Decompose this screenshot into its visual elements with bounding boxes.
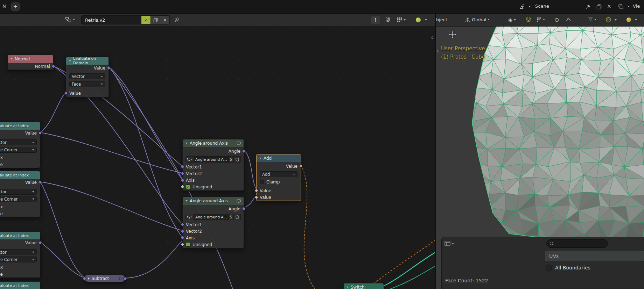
tool-panel: UVs All Boundaries Face Count: 1522 <box>441 237 644 289</box>
group-browse-button[interactable] <box>186 214 194 220</box>
hidden-sockets-indicator <box>119 277 121 280</box>
domain-select[interactable]: Face Corner <box>0 257 37 262</box>
collapse-icon[interactable] <box>10 58 13 60</box>
topbar: N + Scene × Vie <box>0 0 644 14</box>
node-evaluate-at-index-4[interactable]: Evaluate at Index <box>0 281 40 289</box>
sidebar-collapse-arrow[interactable]: ‹ <box>431 34 433 41</box>
group-name-field[interactable]: Angle around A... <box>194 156 229 162</box>
scene-dropdown-icon[interactable] <box>526 3 533 10</box>
domain-select[interactable]: Face Corner <box>0 147 37 153</box>
all-boundaries-checkbox[interactable] <box>546 265 552 271</box>
snap-target-button[interactable] <box>397 17 406 22</box>
data-type-select[interactable]: Vector <box>0 189 37 195</box>
pivot-point-button[interactable]: ◉ <box>508 17 516 23</box>
socket-label: Normal <box>35 64 50 69</box>
go-to-parent-button[interactable]: ↑ <box>371 15 380 24</box>
node-title: Normal <box>15 57 30 62</box>
pin-tree-icon[interactable] <box>174 17 180 22</box>
domain-select[interactable]: Face Corner <box>0 196 37 202</box>
copy-tree-button[interactable] <box>151 15 160 24</box>
domain-select[interactable]: Face <box>69 81 105 87</box>
operation-select[interactable]: Add <box>260 171 298 177</box>
node-title: Evaluate on Domain <box>73 56 106 65</box>
socket-label: Value <box>69 91 81 96</box>
socket-label: Value <box>94 66 105 71</box>
view-layer-dropdown-icon[interactable] <box>625 3 632 10</box>
data-type-select[interactable]: Vector <box>0 249 37 255</box>
geometry-nodes-editor: Normal Normal Evaluate on Domain Value V… <box>0 14 435 289</box>
npanel-expand-arrow[interactable]: › <box>436 48 439 55</box>
face-count-label: Face Count: 1522 <box>445 278 488 283</box>
panel-section-uvs[interactable]: UVs <box>545 251 644 261</box>
node-angle-around-axis-2[interactable]: Angle around Axis Angle Angle around A..… <box>182 197 244 248</box>
snap-magnet-icon[interactable] <box>385 17 391 23</box>
node-evaluate-at-index-3[interactable]: Evaluate at Index Value Vector Face Corn… <box>0 231 40 278</box>
falloff-curve-button[interactable] <box>566 17 571 22</box>
proportional-editing-button[interactable]: ⊙ <box>554 16 559 23</box>
new-scene-copy-icon[interactable] <box>595 3 602 10</box>
search-input[interactable] <box>546 239 608 248</box>
expand-icon[interactable] <box>88 277 90 280</box>
fake-user-shield-icon[interactable] <box>234 214 241 220</box>
viewport-3d: User Perspective (1) Protos | Cube › bje… <box>435 14 644 289</box>
node-title: Evaluate at Index <box>0 283 29 288</box>
overlays-toggle-button[interactable] <box>606 17 617 23</box>
output-socket[interactable] <box>299 165 302 168</box>
node-angle-around-axis-1[interactable]: Angle around Axis Angle Angle around A..… <box>182 139 244 191</box>
tree-check-button[interactable]: ✓ <box>141 15 151 24</box>
node-editor-header: Retris.v2 ✓ × ↑ ‹ <box>0 14 435 27</box>
snap-magnet-icon[interactable] <box>526 17 531 23</box>
data-type-select[interactable]: Vector <box>69 73 105 79</box>
unlink-tree-button[interactable]: × <box>160 15 170 24</box>
search-icon <box>550 242 553 245</box>
snap-settings-button[interactable] <box>537 17 545 22</box>
node-subtract-collapsed[interactable]: Subtract <box>84 275 125 282</box>
view-layer-name-partial[interactable]: Vie <box>633 3 640 9</box>
node-title: Angle around Axis <box>190 141 228 146</box>
unsigned-checkbox[interactable]: ✓ <box>186 185 190 189</box>
editor-type-button[interactable] <box>444 241 454 246</box>
scene-icon[interactable] <box>519 3 526 10</box>
view-layer-icon[interactable] <box>617 3 624 10</box>
node-title: Subtract <box>92 276 109 281</box>
collapse-icon[interactable] <box>69 60 71 62</box>
socket-label: Value <box>25 131 37 136</box>
node-evaluate-on-domain[interactable]: Evaluate on Domain Value Vector Face Val… <box>66 57 109 97</box>
group-users-count[interactable]: 5 <box>229 156 234 162</box>
node-title: Switch <box>351 285 365 289</box>
shading-mode-button[interactable] <box>626 17 637 23</box>
group-browse-button[interactable] <box>186 156 194 162</box>
group-users-count[interactable]: 5 <box>229 214 234 220</box>
unlink-scene-icon[interactable]: × <box>607 3 611 9</box>
node-title: Add <box>264 156 272 161</box>
add-workspace-button[interactable]: + <box>11 2 20 11</box>
unsigned-checkbox[interactable]: ✓ <box>186 242 190 247</box>
editor-divider[interactable] <box>435 14 436 289</box>
editor-type-button[interactable] <box>65 16 75 23</box>
all-boundaries-label: All Boundaries <box>555 265 590 270</box>
fake-user-shield-icon[interactable] <box>234 156 241 162</box>
data-type-select[interactable]: Vector <box>0 139 37 145</box>
node-title: Evaluate at Index <box>0 233 29 238</box>
node-evaluate-at-index-1[interactable]: Evaluate at Index Value Vector Face Corn… <box>0 122 40 168</box>
filter-button[interactable] <box>588 17 596 22</box>
viewport-header: bject Global ◉ ⊙ <box>435 14 644 27</box>
orientation-select[interactable]: Global <box>465 17 490 22</box>
group-name-field[interactable]: Angle around A... <box>194 214 229 220</box>
clamp-checkbox[interactable] <box>260 180 264 184</box>
node-title: Evaluate at Index <box>0 124 29 128</box>
workspace-tab-partial[interactable]: N <box>2 3 6 9</box>
node-normal[interactable]: Normal Normal <box>7 55 54 70</box>
scene-name[interactable]: Scene <box>535 3 549 9</box>
socket-label: Index <box>0 155 3 160</box>
socket-label: Value <box>0 162 3 167</box>
overlays-toggle-button[interactable] <box>415 17 427 23</box>
pin-icon[interactable] <box>584 3 592 10</box>
node-evaluate-at-index-2[interactable]: Evaluate at Index Value Vector Face Corn… <box>0 171 40 217</box>
node-math-add[interactable]: Add Value Add Clamp Value Value <box>256 154 301 201</box>
tree-name-field[interactable]: Retris.v2 <box>81 15 141 24</box>
node-title: Evaluate at Index <box>0 173 29 178</box>
mode-select-partial[interactable]: bject <box>436 17 447 22</box>
node-switch[interactable]: Switch <box>343 283 384 289</box>
hud-collection-object: (1) Protos | Cube <box>441 54 485 60</box>
